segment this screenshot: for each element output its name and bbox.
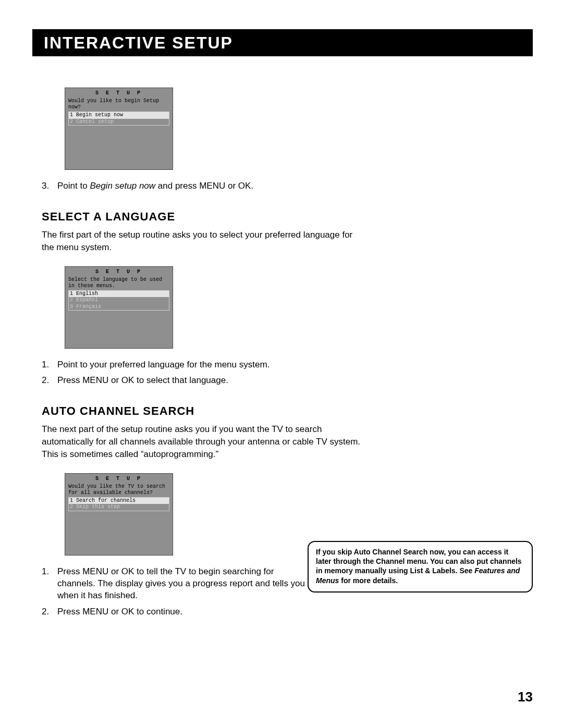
tv-option-label: Español bbox=[76, 297, 98, 303]
list-item: 2. Press MENU or OK to continue. bbox=[42, 606, 308, 618]
tv-options: 1 Search for channels 2 Skip this step bbox=[68, 497, 169, 511]
tv-header: S E T U P bbox=[65, 269, 173, 275]
step-text: Point to your preferred language for the… bbox=[57, 359, 270, 371]
list-item: 3. Point to Begin setup now and press ME… bbox=[42, 180, 521, 192]
tv-prompt: Select the language to be used in these … bbox=[65, 277, 173, 289]
tv-option-num: 2 bbox=[70, 504, 73, 510]
tv-option-francais: 3 Français bbox=[69, 304, 169, 311]
tv-header: S E T U P bbox=[65, 476, 173, 482]
step-text: Press MENU or OK to select that language… bbox=[57, 375, 228, 387]
callout-note: If you skip Auto Channel Search now, you… bbox=[308, 541, 533, 593]
tv-option-english: 1 English bbox=[69, 291, 169, 298]
tv-prompt: Would you like the TV to search for all … bbox=[65, 484, 173, 496]
document-page: Interactive Setup S E T U P Would you li… bbox=[0, 0, 563, 728]
tv-prompt: Would you like to begin Setup now? bbox=[65, 98, 173, 110]
body-text-language: The first part of the setup routine asks… bbox=[42, 229, 365, 254]
list-item: 2. Press MENU or OK to select that langu… bbox=[42, 375, 521, 387]
step-number: 1. bbox=[42, 566, 57, 602]
step-list-begin: 3. Point to Begin setup now and press ME… bbox=[42, 180, 521, 192]
tv-option-label: Skip this step bbox=[76, 504, 120, 510]
tv-option-num: 1 bbox=[70, 291, 73, 297]
step-number: 3. bbox=[42, 180, 57, 192]
setup-screen-language: S E T U P Select the language to be used… bbox=[65, 266, 173, 349]
list-item: 1. Point to your preferred language for … bbox=[42, 359, 521, 371]
body-text-auto: The next part of the setup routine asks … bbox=[42, 423, 365, 460]
tv-option-espanol: 2 Español bbox=[69, 297, 169, 304]
tv-option-search: 1 Search for channels bbox=[69, 498, 169, 504]
tv-option-cancel: 2 Cancel setup bbox=[69, 119, 169, 126]
step-text: Press MENU or OK to tell the TV to begin… bbox=[57, 566, 308, 602]
note-bold-2: for more details. bbox=[339, 576, 398, 585]
tv-option-num: 2 bbox=[70, 297, 73, 303]
tv-option-label: Search for channels bbox=[76, 498, 136, 503]
tv-option-num: 1 bbox=[70, 498, 73, 503]
tv-option-label: Begin setup now bbox=[76, 112, 123, 118]
tv-option-skip: 2 Skip this step bbox=[69, 504, 169, 511]
tv-option-num: 3 bbox=[70, 304, 73, 310]
setup-screen-begin: S E T U P Would you like to begin Setup … bbox=[65, 88, 173, 170]
heading-select-language: Select a Language bbox=[42, 210, 521, 224]
tv-option-num: 2 bbox=[70, 119, 73, 125]
tv-option-begin: 1 Begin setup now bbox=[69, 112, 169, 119]
tv-option-label: Français bbox=[76, 304, 101, 310]
step-number: 2. bbox=[42, 606, 57, 618]
heading-auto-channel: Auto Channel Search bbox=[42, 404, 521, 418]
step-list-auto: 1. Press MENU or OK to tell the TV to be… bbox=[42, 566, 308, 618]
step-text: Point to Begin setup now and press MENU … bbox=[57, 180, 253, 192]
setup-screen-autosearch: S E T U P Would you like the TV to searc… bbox=[65, 473, 173, 556]
tv-option-num: 1 bbox=[70, 112, 73, 118]
list-item: 1. Press MENU or OK to tell the TV to be… bbox=[42, 566, 308, 602]
page-number: 13 bbox=[518, 689, 533, 705]
page-title-bar: Interactive Setup bbox=[32, 29, 533, 56]
tv-options: 1 English 2 Español 3 Français bbox=[68, 290, 169, 311]
step-number: 1. bbox=[42, 359, 57, 371]
tv-options: 1 Begin setup now 2 Cancel setup bbox=[68, 112, 169, 126]
tv-option-label: English bbox=[76, 291, 98, 297]
tv-header: S E T U P bbox=[65, 90, 173, 96]
tv-option-label: Cancel setup bbox=[76, 119, 114, 125]
step-list-language: 1. Point to your preferred language for … bbox=[42, 359, 521, 387]
step-text: Press MENU or OK to continue. bbox=[57, 606, 182, 618]
page-title: Interactive Setup bbox=[44, 33, 233, 53]
step-number: 2. bbox=[42, 375, 57, 387]
